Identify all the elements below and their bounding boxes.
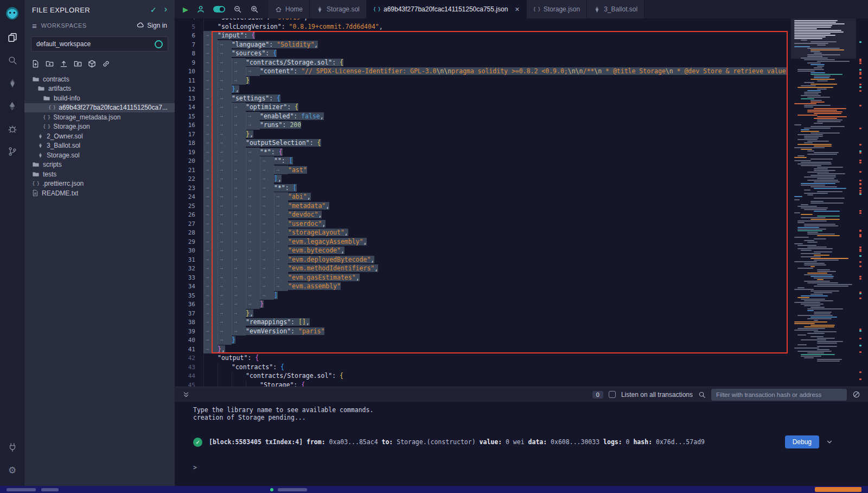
- upload-file-icon[interactable]: [60, 60, 68, 70]
- tab-storage-json[interactable]: { }Storage.json: [527, 0, 588, 18]
- code-line[interactable]: 15→→→→"enabled": false,: [175, 112, 787, 121]
- line-number[interactable]: 44: [175, 372, 203, 381]
- sign-in-button[interactable]: Sign in: [136, 21, 167, 30]
- solidity-compiler-icon[interactable]: [0, 72, 24, 94]
- tab-3-ballot-sol[interactable]: 3_Ballot.sol: [587, 0, 644, 18]
- line-number[interactable]: 35: [175, 292, 203, 301]
- tree-item-tests[interactable]: tests: [24, 169, 175, 179]
- code-line[interactable]: 32→→→→→→"evm.methodIdentifiers",: [175, 264, 787, 273]
- search-icon[interactable]: [0, 49, 24, 72]
- code-line[interactable]: 29→→→→→→"evm.legacyAssembly",: [175, 237, 787, 246]
- code-line[interactable]: 30→→→→→→"evm.bytecode",: [175, 246, 787, 255]
- code-line[interactable]: 44→→→"contracts/Storage.sol": {: [175, 371, 787, 381]
- new-folder-icon[interactable]: [46, 60, 54, 70]
- git-icon[interactable]: [0, 140, 24, 163]
- run-script-button[interactable]: ▶: [183, 5, 188, 14]
- tree-item-build-info[interactable]: build-info: [24, 93, 175, 103]
- check-icon[interactable]: ✓: [150, 5, 157, 14]
- code-line[interactable]: 5→"solcLongVersion": "0.8.19+commit.7dd6…: [175, 22, 787, 31]
- code-line[interactable]: 43→→"contracts": {: [175, 363, 787, 372]
- code-line[interactable]: 6→"input": {: [175, 31, 787, 40]
- cube-icon[interactable]: [88, 60, 96, 70]
- code-line[interactable]: 12→→},: [175, 85, 787, 94]
- code-line[interactable]: 18→→→"outputSelection": {: [175, 138, 787, 148]
- code-line[interactable]: 39→→→"evmVersion": "paris": [175, 327, 787, 336]
- code-line[interactable]: 26→→→→→→"devdoc",: [175, 210, 787, 219]
- line-number[interactable]: 28: [175, 229, 203, 238]
- line-number[interactable]: 32: [175, 264, 203, 274]
- code-line[interactable]: 35→→→→→]: [175, 291, 787, 300]
- line-number[interactable]: 34: [175, 282, 203, 292]
- tree-item-storage-sol[interactable]: Storage.sol: [24, 150, 175, 160]
- tree-item-artifacts[interactable]: artifacts: [24, 84, 175, 94]
- tree-item-readme-txt[interactable]: README.txt: [24, 188, 175, 198]
- code-line[interactable]: 33→→→→→→"evm.gasEstimates",: [175, 273, 787, 282]
- remix-logo[interactable]: [0, 0, 24, 26]
- tree-item-prettierrc-json[interactable]: { }.prettierrc.json: [24, 179, 175, 189]
- tree-item-2-owner-sol[interactable]: 2_Owner.sol: [24, 131, 175, 141]
- minimap[interactable]: [793, 18, 854, 387]
- line-number[interactable]: 33: [175, 274, 203, 283]
- code-line[interactable]: 19→→→→"*": {: [175, 148, 787, 157]
- line-number[interactable]: 43: [175, 363, 203, 372]
- code-line[interactable]: 9→→→"contracts/Storage.sol": {: [175, 58, 787, 67]
- line-number[interactable]: 42: [175, 354, 203, 363]
- line-number[interactable]: 6: [175, 31, 203, 41]
- toggle-switch[interactable]: [213, 6, 225, 12]
- code-line[interactable]: 13→→"settings": {: [175, 94, 787, 103]
- expand-log-icon[interactable]: [826, 438, 833, 446]
- line-number[interactable]: 19: [175, 148, 203, 157]
- line-number[interactable]: 38: [175, 318, 203, 327]
- tab-storage-sol[interactable]: Storage.sol: [310, 0, 367, 18]
- line-number[interactable]: 11: [175, 77, 203, 86]
- transaction-filter-input[interactable]: [711, 389, 847, 401]
- line-number[interactable]: 22: [175, 175, 203, 184]
- tree-item-contracts[interactable]: contracts: [24, 74, 175, 84]
- code-line[interactable]: 14→→→"optimizer": {: [175, 103, 787, 112]
- minimap-viewport[interactable]: [791, 18, 856, 59]
- upload-folder-icon[interactable]: [74, 60, 82, 70]
- line-number[interactable]: 10: [175, 67, 203, 77]
- line-number[interactable]: 18: [175, 139, 203, 148]
- code-line[interactable]: 25→→→→→→"metadata",: [175, 201, 787, 211]
- line-number[interactable]: 36: [175, 300, 203, 309]
- debug-button[interactable]: Debug: [785, 435, 819, 448]
- transaction-log-row[interactable]: ✓ [block:5583405 txIndex:4] from: 0xa03.…: [193, 435, 868, 448]
- tree-item-scripts[interactable]: scripts: [24, 160, 175, 170]
- settings-icon[interactable]: ⚙: [0, 459, 24, 482]
- code-line[interactable]: 17→→→},: [175, 130, 787, 139]
- deploy-run-icon[interactable]: [0, 94, 24, 117]
- line-number[interactable]: 12: [175, 85, 203, 94]
- workspace-select[interactable]: default_workspace: [31, 36, 168, 52]
- line-number[interactable]: 13: [175, 94, 203, 104]
- tree-item-a69b43f277ba20fcac141151250ca7[interactable]: { }a69b43f277ba20fcac141151250ca7...: [24, 103, 175, 113]
- close-icon[interactable]: ×: [515, 7, 519, 12]
- file-explorer-icon[interactable]: [0, 26, 24, 49]
- line-number[interactable]: 26: [175, 211, 203, 220]
- code-line[interactable]: 10→→→→"content": "// SPDX-License-Identi…: [175, 67, 787, 76]
- line-number[interactable]: 41: [175, 345, 203, 355]
- listen-checkbox[interactable]: [609, 391, 616, 398]
- link-icon[interactable]: [102, 60, 110, 70]
- line-number[interactable]: 29: [175, 238, 203, 247]
- plugin-manager-icon[interactable]: [0, 436, 24, 459]
- debugger-icon[interactable]: [0, 117, 24, 140]
- terminal-prompt[interactable]: >: [193, 464, 868, 471]
- code-line[interactable]: 23→→→→→"*": [: [175, 184, 787, 193]
- line-number[interactable]: 31: [175, 256, 203, 265]
- line-number[interactable]: 15: [175, 112, 203, 122]
- zoom-in-button[interactable]: [250, 5, 259, 14]
- code-line[interactable]: 41→},: [175, 345, 787, 354]
- code-line[interactable]: 21→→→→→→"ast": [175, 166, 787, 175]
- tree-item-storage-metadata-json[interactable]: { }Storage_metadata.json: [24, 112, 175, 122]
- line-number[interactable]: 23: [175, 184, 203, 193]
- tab-home[interactable]: Home: [269, 0, 310, 18]
- zoom-out-button[interactable]: [233, 5, 242, 14]
- code-line[interactable]: 31→→→→→→"evm.deployedBytecode",: [175, 255, 787, 264]
- line-number[interactable]: 27: [175, 220, 203, 229]
- user-button[interactable]: [196, 5, 205, 14]
- expand-terminal-icon[interactable]: [182, 391, 190, 399]
- line-number[interactable]: 40: [175, 336, 203, 345]
- search-icon[interactable]: [698, 391, 706, 399]
- line-number[interactable]: 5: [175, 23, 203, 32]
